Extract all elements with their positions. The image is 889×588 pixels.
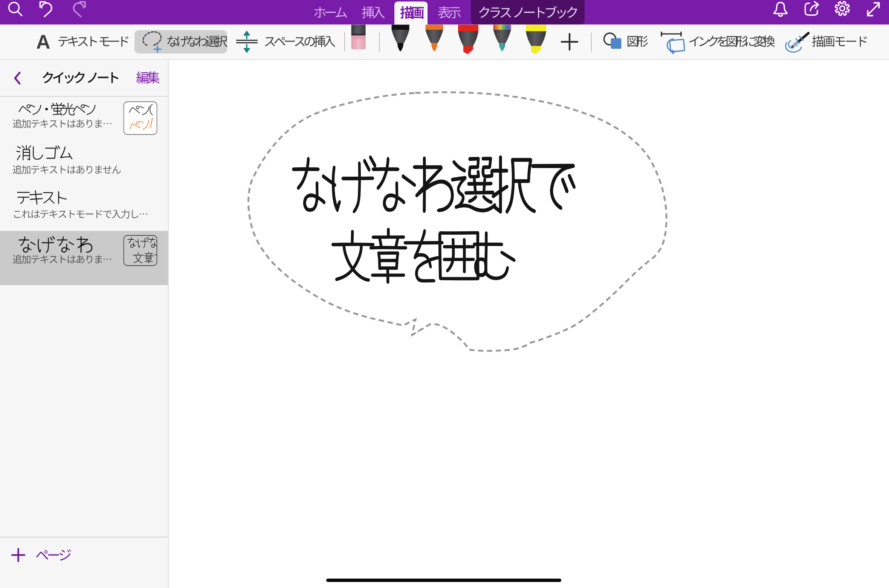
svg-text:A: A (36, 31, 50, 53)
